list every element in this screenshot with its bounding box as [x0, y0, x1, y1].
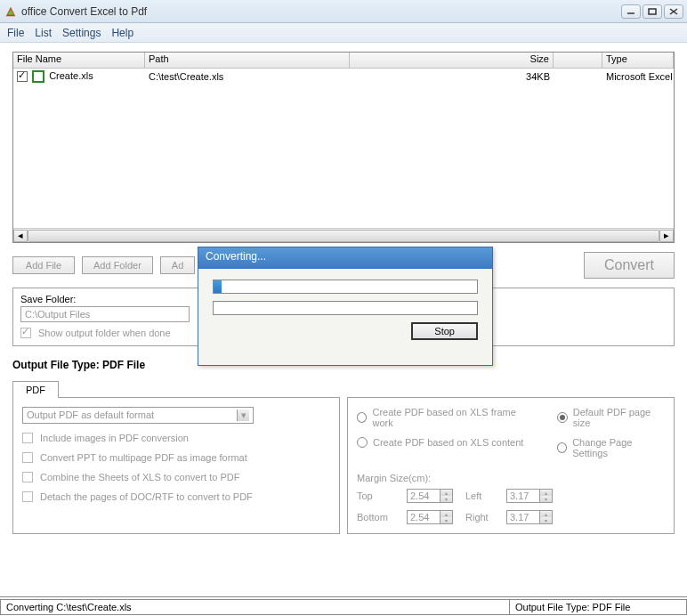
col-header-name[interactable]: File Name [13, 53, 145, 68]
horizontal-scrollbar[interactable]: ◂ ▸ [13, 228, 674, 242]
opt-include-images-checkbox[interactable] [22, 433, 33, 443]
converting-dialog: Converting... Stop [198, 247, 493, 366]
menu-list[interactable]: List [35, 27, 52, 39]
show-output-checkbox[interactable] [20, 328, 31, 338]
right-panel: Create PDF based on XLS frame work Creat… [347, 397, 675, 534]
add-file-button[interactable]: Add File [12, 256, 75, 274]
table-row[interactable]: Create.xls C:\test\Create.xls 34KB Micro… [13, 69, 674, 85]
margin-right-label: Right [465, 512, 501, 523]
dialog-title: Converting... [198, 247, 492, 269]
margin-bottom-spinner[interactable]: ▴▾ [407, 510, 453, 524]
col-header-path[interactable]: Path [145, 53, 350, 68]
menu-help[interactable]: Help [111, 27, 133, 39]
show-output-label: Show output folder when done [38, 328, 171, 338]
radio-change-settings-label: Change Page Settings [572, 437, 665, 458]
row-type: Microsoft Excel [602, 71, 674, 82]
margin-top-label: Top [357, 490, 401, 501]
opt-include-images-label: Include images in PDF conversion [40, 433, 189, 443]
radio-xls-content[interactable] [357, 437, 368, 448]
progress-bar-2 [213, 301, 478, 315]
add-url-button[interactable]: Ad [160, 256, 195, 274]
row-filename: Create.xls [49, 70, 93, 81]
close-button[interactable] [664, 4, 683, 19]
row-checkbox[interactable] [17, 71, 28, 82]
file-list-header: File Name Path Size Type [13, 53, 674, 69]
window-title: office Convert Excel to Pdf [21, 5, 621, 18]
radio-change-settings[interactable] [557, 442, 567, 453]
xls-icon [32, 70, 44, 83]
menubar: File List Settings Help [0, 23, 687, 43]
scroll-left-icon[interactable]: ◂ [13, 230, 28, 242]
convert-button[interactable]: Convert [584, 252, 675, 279]
margin-left-spinner[interactable]: ▴▾ [506, 489, 553, 503]
radio-xls-content-label: Create PDF based on XLS content [373, 437, 523, 448]
opt-detach-doc-label: Detach the pages of DOC/RTF to convert t… [40, 491, 253, 502]
chevron-down-icon: ▾ [237, 409, 249, 421]
margin-top-spinner[interactable]: ▴▾ [407, 489, 453, 503]
col-header-type[interactable]: Type [602, 53, 674, 68]
margin-right-spinner[interactable]: ▴▾ [506, 510, 553, 524]
opt-ppt-multipage-label: Convert PPT to multipage PDF as image fo… [40, 452, 247, 463]
col-header-size[interactable]: Size [350, 53, 554, 68]
stop-button[interactable]: Stop [411, 322, 478, 340]
col-header-size-spacer [554, 53, 602, 68]
file-list: File Name Path Size Type Create.xls C:\t… [12, 52, 675, 243]
status-left: Converting C:\test\Create.xls [0, 599, 509, 615]
svg-rect-1 [649, 9, 656, 14]
app-icon [4, 4, 18, 19]
tab-pdf[interactable]: PDF [12, 381, 59, 398]
radio-frame-work[interactable] [357, 412, 367, 423]
row-size: 34KB [350, 71, 554, 82]
radio-default-size-label: Default PDF page size [573, 407, 665, 428]
dropdown-value: Output PDF as default format [27, 409, 154, 421]
opt-combine-xls-label: Combine the Sheets of XLS to convert to … [40, 472, 239, 482]
opt-detach-doc-checkbox[interactable] [22, 491, 33, 502]
opt-ppt-multipage-checkbox[interactable] [22, 452, 33, 463]
margin-left-label: Left [465, 490, 501, 501]
titlebar: office Convert Excel to Pdf [0, 0, 687, 23]
radio-frame-work-label: Create PDF based on XLS frame work [372, 407, 529, 428]
add-folder-button[interactable]: Add Folder [82, 256, 153, 274]
margin-size-label: Margin Size(cm): [357, 473, 665, 483]
scroll-thumb[interactable] [28, 230, 659, 242]
menu-file[interactable]: File [7, 27, 24, 39]
maximize-button[interactable] [643, 4, 662, 19]
progress-bar-1 [213, 280, 478, 294]
left-panel: Output PDF as default format ▾ Include i… [12, 397, 340, 534]
minimize-button[interactable] [621, 4, 641, 19]
scroll-right-icon[interactable]: ▸ [659, 230, 674, 242]
radio-default-size[interactable] [557, 412, 568, 423]
margin-bottom-label: Bottom [357, 512, 401, 523]
output-format-dropdown[interactable]: Output PDF as default format ▾ [22, 407, 254, 424]
statusbar: Converting C:\test\Create.xls Output Fil… [0, 596, 687, 616]
row-path: C:\test\Create.xls [145, 71, 350, 82]
status-right: Output File Type: PDF File [509, 599, 687, 615]
window-controls [621, 4, 683, 19]
menu-settings[interactable]: Settings [62, 27, 101, 39]
save-folder-input[interactable] [20, 306, 190, 322]
opt-combine-xls-checkbox[interactable] [22, 472, 33, 482]
